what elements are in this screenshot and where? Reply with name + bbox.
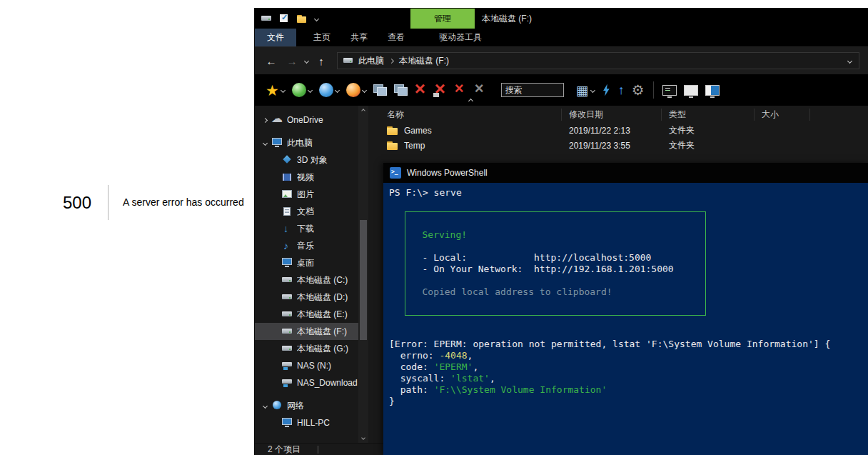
scroll-up-icon[interactable]	[361, 109, 365, 113]
sidebar-item-label: 本地磁盘 (E:)	[297, 309, 348, 321]
light-window-button[interactable]	[684, 85, 698, 96]
sidebar-item-nas-download[interactable]: NAS_Download	[255, 374, 358, 391]
settings-button[interactable]	[632, 83, 645, 97]
sidebar-item-downloads[interactable]: 下载	[255, 220, 358, 237]
file-row-games[interactable]: Games 2019/11/22 2:13 文件夹	[368, 123, 868, 138]
sidebar-item-videos[interactable]: 视频	[255, 169, 358, 186]
items-count: 2 个项目	[268, 444, 301, 455]
address-dropdown-chevron-icon[interactable]	[847, 58, 852, 63]
sidebar-item-music[interactable]: 音乐	[255, 237, 358, 254]
sidebar-item-3d-objects[interactable]: 3D 对象	[255, 151, 358, 169]
sidebar-item-desktop[interactable]: 桌面	[255, 254, 358, 271]
sidebar-item-onedrive[interactable]: OneDrive	[255, 111, 358, 129]
copy-pane-button[interactable]	[373, 84, 387, 96]
sidebar-item-pictures[interactable]: 图片	[255, 186, 358, 203]
delete-button[interactable]	[415, 81, 428, 99]
sidebar-item-drive-g[interactable]: 本地磁盘 (G:)	[255, 340, 358, 357]
code-label: code:	[389, 361, 434, 372]
terminal-window-button[interactable]	[662, 85, 677, 96]
breadcrumb-current[interactable]: 本地磁盘 (F:)	[399, 55, 449, 67]
tab-home[interactable]: 主页	[303, 29, 340, 46]
errno-label: errno:	[389, 350, 439, 361]
sidebar-item-network[interactable]: 网络	[255, 397, 358, 414]
move-up-button[interactable]	[618, 84, 625, 96]
sidebar-item-label: 网络	[287, 400, 304, 412]
sidebar-item-label: 音乐	[297, 240, 314, 252]
tab-view[interactable]: 查看	[378, 29, 415, 46]
powershell-console[interactable]: PS F:\> serve Serving! - Local: http://l…	[383, 183, 868, 455]
toolbar-search-input[interactable]	[501, 83, 564, 97]
column-header-type[interactable]: 类型	[662, 109, 755, 121]
forward-button[interactable]: →	[284, 55, 300, 67]
scroll-down-icon[interactable]	[361, 436, 365, 440]
download-arrow-icon	[282, 224, 292, 233]
sidebar-item-label: 本地磁盘 (G:)	[297, 343, 348, 355]
sidebar-item-documents[interactable]: 文档	[255, 203, 358, 220]
connect-button[interactable]	[602, 84, 611, 96]
monitor-icon	[282, 419, 292, 427]
expand-chevron-icon[interactable]	[263, 140, 268, 145]
error-errno-line: errno: -4048,	[389, 350, 868, 361]
file-row-temp[interactable]: Temp 2019/11/23 3:55 文件夹	[368, 138, 868, 153]
errno-value: -4048	[439, 350, 467, 361]
column-header-modified[interactable]: 修改日期	[562, 109, 662, 121]
explorer-titlebar[interactable]: 管理 本地磁盘 (F:)	[255, 9, 868, 29]
sidebar-scrollbar[interactable]	[358, 106, 368, 443]
dropdown-chevron-icon[interactable]	[308, 87, 313, 92]
qat-properties-icon[interactable]	[279, 14, 289, 23]
recent-locations-chevron-icon[interactable]	[304, 58, 309, 63]
sidebar-item-hill-pc[interactable]: HILL-PC	[255, 414, 358, 431]
globe-green-button[interactable]	[292, 83, 312, 97]
tab-share[interactable]: 共享	[340, 29, 378, 46]
favorites-star-button[interactable]	[266, 83, 285, 98]
tab-drive-tools[interactable]: 驱动器工具	[429, 29, 492, 46]
sidebar-item-label: 本地磁盘 (D:)	[297, 291, 348, 304]
sidebar-item-drive-c[interactable]: 本地磁盘 (C:)	[255, 271, 358, 289]
path-value: 'F:\\System Volume Information'	[434, 384, 607, 395]
network-globe-icon	[272, 401, 282, 410]
drive-icon	[282, 327, 292, 336]
tab-file[interactable]: 文件	[255, 29, 296, 46]
expand-chevron-icon[interactable]	[263, 117, 268, 122]
column-header-name[interactable]: 名称	[368, 109, 562, 121]
monitor-icon	[282, 259, 292, 267]
column-header-size[interactable]: 大小	[755, 109, 810, 121]
sidebar-item-this-pc[interactable]: 此电脑	[255, 134, 358, 151]
scrollbar-thumb[interactable]	[360, 220, 367, 340]
delete-folder-button[interactable]	[435, 81, 448, 99]
breadcrumb-separator-icon[interactable]	[389, 58, 394, 63]
photo-icon	[282, 190, 292, 199]
sidebar-item-nas-n[interactable]: NAS (N:)	[255, 357, 358, 374]
manage-context-tab[interactable]: 管理	[410, 9, 475, 29]
drive-icon	[282, 344, 292, 353]
split-window-button[interactable]	[705, 85, 720, 96]
local-url-line: - Local: http://localhost:5000	[405, 252, 705, 264]
sidebar-item-drive-f[interactable]: 本地磁盘 (F:)	[255, 323, 358, 340]
powershell-window: Windows PowerShell PS F:\> serve Serving…	[383, 163, 868, 455]
expand-chevron-icon[interactable]	[263, 403, 268, 408]
qat-dropdown-chevron-icon[interactable]	[314, 16, 319, 21]
globe-orange-button[interactable]	[346, 83, 366, 97]
sidebar-item-drive-e[interactable]: 本地磁盘 (E:)	[255, 306, 358, 323]
back-button[interactable]: ←	[263, 55, 279, 67]
dropdown-chevron-icon[interactable]	[362, 87, 367, 92]
file-modified: 2019/11/22 2:13	[562, 126, 662, 136]
globe-blue-button[interactable]	[319, 83, 339, 97]
globe-green-icon	[292, 83, 306, 97]
address-bar[interactable]: 此电脑 本地磁盘 (F:)	[337, 52, 859, 69]
up-button[interactable]: ↑	[313, 55, 329, 67]
toolbar-expand-chevron-icon[interactable]	[468, 99, 473, 104]
dropdown-chevron-icon[interactable]	[335, 87, 340, 92]
blank-line	[389, 316, 868, 327]
dropdown-chevron-icon[interactable]	[590, 87, 595, 92]
new-window-button[interactable]	[394, 84, 408, 96]
sidebar-item-label: 视频	[297, 171, 314, 184]
dropdown-chevron-icon[interactable]	[281, 87, 286, 92]
qat-drive-icon[interactable]	[261, 14, 271, 23]
breadcrumb-this-pc[interactable]: 此电脑	[358, 55, 384, 67]
view-switcher-button[interactable]	[576, 84, 595, 97]
powershell-titlebar[interactable]: Windows PowerShell	[383, 163, 868, 183]
sidebar-item-drive-d[interactable]: 本地磁盘 (D:)	[255, 289, 358, 306]
delete-item-button[interactable]	[455, 81, 468, 99]
qat-new-folder-icon[interactable]	[297, 14, 307, 23]
